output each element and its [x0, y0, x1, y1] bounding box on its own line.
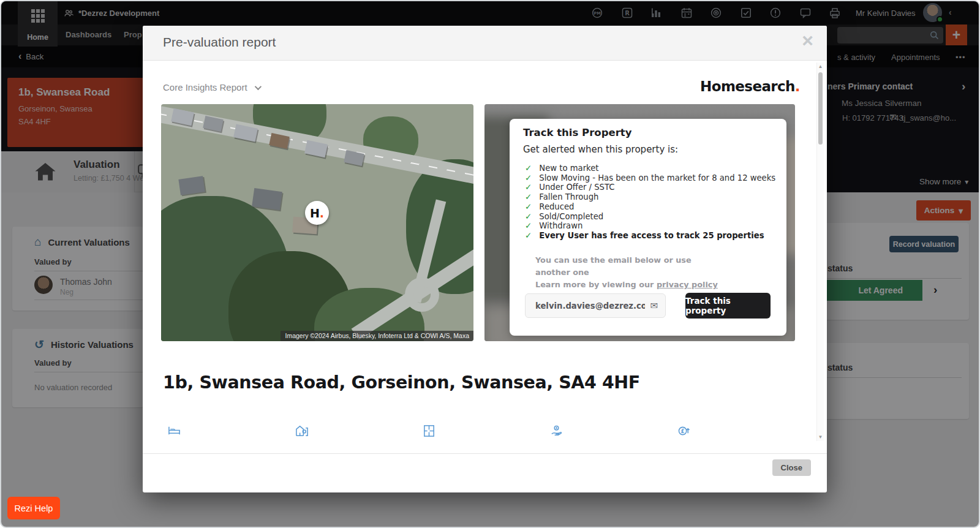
modal-title: Pre-valuation report [163, 35, 276, 50]
scrollbar-thumb[interactable] [818, 72, 823, 145]
bedrooms-icon [167, 424, 181, 438]
list-item: ✓Reduced [525, 202, 775, 212]
close-button[interactable]: Close [772, 459, 811, 476]
rezi-help-button[interactable]: Rezi Help [7, 497, 60, 519]
track-card-title: Track this Property [523, 127, 631, 138]
homesearch-map-marker: H. [305, 201, 329, 225]
check-icon: ✓ [525, 192, 532, 202]
list-item: ✓Slow Moving - Has been on the market fo… [525, 173, 775, 183]
floorplan-icon [422, 424, 436, 438]
list-item: ✓Sold/Completed [525, 212, 775, 222]
check-icon: ✓ [525, 212, 532, 222]
modal-scrollbar[interactable]: ▲ ▼ [816, 62, 824, 441]
close-icon[interactable]: × [802, 31, 813, 50]
map-building [178, 176, 205, 195]
scroll-up-icon[interactable]: ▲ [817, 64, 824, 69]
property-feature-icons: £ [143, 424, 827, 440]
modal-header: Pre-valuation report × [143, 26, 827, 61]
report-address-heading: 1b, Swansea Road, Gorseinon, Swansea, SA… [163, 372, 640, 393]
check-icon: ✓ [525, 173, 532, 183]
envelope-icon: ✉ [650, 300, 658, 311]
scroll-down-icon[interactable]: ▼ [817, 434, 824, 440]
map-building [252, 188, 282, 210]
report-type-dropdown[interactable]: Core Insights Report [163, 82, 260, 92]
check-icon: ✓ [525, 231, 532, 241]
map-attribution: Imagery ©2024 Airbus, Bluesky, Infoterra… [281, 331, 473, 341]
check-icon: ✓ [525, 221, 532, 231]
track-this-property-button[interactable]: Track this property [685, 293, 771, 319]
check-icon: ✓ [525, 183, 532, 192]
app-window: Home *Dezrez Development PM R [0, 0, 980, 528]
map-roundabout [405, 277, 439, 312]
list-item: ✓Under Offer / SSTC [525, 183, 775, 192]
track-property-card: Track this Property Get alerted when thi… [510, 119, 786, 336]
svg-text:£: £ [681, 428, 685, 434]
list-item: ✓Withdrawn [525, 221, 775, 231]
email-input[interactable] [535, 301, 645, 311]
homesearch-logo: Homesearch. [700, 78, 800, 94]
alert-conditions-list: ✓New to market ✓Slow Moving - Has been o… [525, 164, 775, 241]
track-card-subtitle: Get alerted when this property is: [523, 144, 678, 155]
check-icon: ✓ [525, 202, 532, 212]
privacy-policy-link[interactable]: privacy policy [657, 280, 718, 289]
list-item: ✓Fallen Through [525, 192, 775, 202]
email-field[interactable]: ✉ [525, 293, 666, 318]
property-type-icon [295, 424, 309, 438]
modal-footer: Close [143, 453, 827, 492]
satellite-map[interactable]: H. Imagery ©2024 Airbus, Bluesky, Infote… [161, 104, 473, 341]
pre-valuation-report-modal: Pre-valuation report × Core Insights Rep… [143, 26, 827, 492]
price-change-icon: £ [677, 424, 691, 438]
offer-hand-icon [549, 424, 564, 438]
chevron-down-icon [254, 83, 261, 89]
check-icon: ✓ [525, 164, 532, 173]
property-photo: Track this Property Get alerted when thi… [484, 104, 795, 341]
list-item: ✓New to market [525, 164, 775, 173]
list-item: ✓Every User has free access to track 25 … [525, 231, 775, 241]
